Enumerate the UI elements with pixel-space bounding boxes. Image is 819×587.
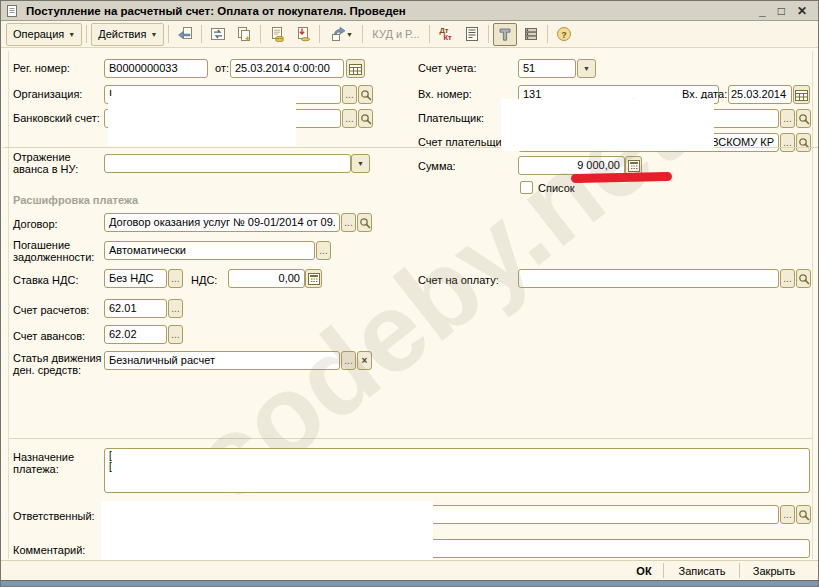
contract-search-button[interactable]	[357, 213, 372, 232]
settlement-account-select-button[interactable]: ...	[168, 299, 183, 318]
payer-account-select-button[interactable]: ...	[780, 133, 795, 152]
minimize-button[interactable]: _	[759, 5, 766, 17]
magnifier-icon	[360, 113, 372, 125]
organization-select-button[interactable]: ...	[342, 85, 357, 104]
reg-number-field[interactable]: В0000000033	[104, 59, 208, 78]
close-window-button[interactable]: Закрыть	[744, 563, 804, 580]
close-button[interactable]: ✕	[797, 5, 807, 17]
responsible-search-button[interactable]	[796, 505, 811, 524]
cash-flow-item-select-button[interactable]: ...	[341, 351, 356, 370]
copy-button[interactable]	[232, 23, 256, 46]
vat-rate-field[interactable]: Без НДС	[104, 269, 167, 288]
amount-field[interactable]: 9 000,00	[518, 156, 625, 175]
invoice-field[interactable]	[518, 269, 779, 288]
contract-select-button[interactable]: ...	[341, 213, 356, 232]
toolbar-separator	[260, 25, 261, 43]
operation-menu-button[interactable]: Операция▼	[6, 23, 82, 46]
help-icon: ?	[556, 26, 572, 42]
settlement-account-field[interactable]: 62.01	[104, 299, 167, 318]
operation-menu-label: Операция	[13, 28, 64, 40]
actions-menu-button[interactable]: Действия▼	[91, 23, 164, 46]
invoice-label: Счет на оплату:	[418, 274, 499, 286]
doc-date-calendar-button[interactable]	[346, 59, 365, 78]
refresh-icon	[210, 26, 226, 42]
bank-account-select-button[interactable]: ...	[342, 109, 357, 128]
advances-account-field[interactable]: 62.02	[104, 325, 167, 344]
vat-amount-label: НДС:	[191, 274, 217, 286]
document-journal-button[interactable]	[460, 23, 484, 46]
debt-repayment-select-button[interactable]: ...	[316, 241, 331, 260]
doc-date-field[interactable]: 25.03.2014 0:00:00	[230, 59, 344, 78]
bank-account-search-button[interactable]	[358, 109, 373, 128]
payment-purpose-text-remnant: [	[109, 450, 805, 461]
comment-label: Комментарий:	[13, 544, 85, 556]
invoice-select-button[interactable]: ...	[780, 269, 795, 288]
advances-account-select-button[interactable]: ...	[168, 325, 183, 344]
payer-search-button[interactable]	[796, 109, 811, 128]
magnifier-icon	[798, 509, 810, 521]
contract-label: Договор:	[13, 218, 58, 230]
copy-plus-icon	[236, 26, 252, 42]
advances-account-label: Счет авансов:	[13, 330, 85, 342]
unpost-document-button[interactable]	[291, 23, 315, 46]
vat-amount-field[interactable]: 0,00	[228, 269, 305, 288]
account-dropdown-button[interactable]: ▼	[577, 59, 596, 78]
list-checkbox[interactable]	[520, 181, 533, 194]
refresh-button[interactable]	[206, 23, 230, 46]
organization-search-button[interactable]	[358, 85, 373, 104]
maximize-button[interactable]: □	[778, 5, 785, 17]
contract-field[interactable]: Договор оказания услуг № 09-01/2014 от 0…	[104, 213, 340, 232]
amount-label: Сумма:	[418, 160, 456, 172]
invoice-search-button[interactable]	[796, 269, 811, 288]
payment-purpose-label: Назначение платежа:	[13, 451, 93, 475]
dt-kt-button[interactable]: ДтКт	[434, 23, 458, 46]
vat-rate-select-button[interactable]: ...	[168, 269, 183, 288]
toolbar-separator	[488, 25, 489, 43]
help-button[interactable]: ?	[552, 23, 576, 46]
advance-reflection-field[interactable]	[104, 154, 351, 173]
cash-flow-item-label: Статья движения ден. средств:	[13, 352, 105, 376]
dt-kt-icon: ДтКт	[439, 27, 451, 41]
chevron-down-icon: ▼	[583, 64, 590, 74]
structure-button[interactable]	[493, 23, 517, 46]
advance-reflection-dropdown-button[interactable]: ▼	[351, 154, 370, 173]
advance-reflection-label: Отражение аванса в НУ:	[13, 151, 93, 175]
incoming-date-field[interactable]: 25.03.2014	[728, 85, 792, 104]
toolbar: Операция▼ Действия▼ ▼ КУД и Р...	[1, 21, 818, 48]
payer-label: Плательщик:	[418, 112, 484, 124]
post-and-close-button[interactable]	[265, 23, 289, 46]
kud-button[interactable]: КУД и Р...	[367, 23, 424, 46]
payer-account-search-button[interactable]	[796, 133, 811, 152]
cash-flow-item-field[interactable]: Безналичный расчет	[104, 351, 340, 370]
redaction-box	[501, 99, 714, 151]
debt-repayment-label: Погашение задолженности:	[13, 239, 98, 263]
payment-purpose-field[interactable]: [ [	[104, 448, 810, 493]
cash-flow-item-clear-button[interactable]: ×	[357, 351, 372, 370]
payer-select-button[interactable]: ...	[780, 109, 795, 128]
ok-button[interactable]: ОК	[627, 563, 661, 580]
toolbar-separator	[547, 25, 548, 43]
window-controls: _ □ ✕	[759, 5, 813, 17]
magnifier-icon	[359, 217, 371, 229]
toolbar-separator	[168, 25, 169, 43]
incoming-number-label: Вх. номер:	[418, 88, 472, 100]
document-red-arrow-icon	[295, 26, 311, 42]
magnifier-icon	[798, 273, 810, 285]
responsible-label: Ответственный:	[13, 510, 95, 522]
calculator-icon	[628, 160, 640, 172]
actions-menu-label: Действия	[98, 28, 146, 40]
magnifier-icon	[360, 89, 372, 101]
structure-icon	[497, 26, 513, 42]
bank-account-label: Банковский счет:	[13, 112, 100, 124]
list-rows-icon	[523, 26, 539, 42]
account-field[interactable]: 51	[518, 59, 576, 78]
related-documents-button[interactable]	[519, 23, 543, 46]
debt-repayment-field[interactable]: Автоматически	[104, 241, 315, 260]
vat-calculator-button[interactable]	[305, 269, 322, 288]
responsible-select-button[interactable]: ...	[780, 505, 795, 524]
incoming-date-calendar-button[interactable]	[793, 85, 810, 104]
go-to-button[interactable]: ▼	[324, 23, 358, 46]
save-button[interactable]: Записать	[668, 563, 736, 580]
post-document-button[interactable]	[173, 23, 197, 46]
magnifier-icon	[798, 113, 810, 125]
